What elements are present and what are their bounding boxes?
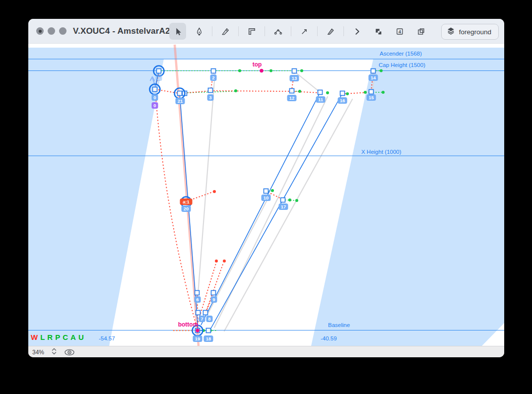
tool-curve-button[interactable] [269, 23, 286, 40]
toolbar-divider [238, 26, 239, 36]
point-marker[interactable] [290, 89, 294, 93]
svg-text:a:1: a:1 [183, 199, 190, 204]
toolbar-divider [317, 26, 318, 36]
point-index-badge[interactable]: 10 [262, 195, 271, 201]
point-index-badge[interactable]: 7 [199, 316, 205, 322]
point-marker[interactable] [340, 91, 345, 96]
tool-shapes-button[interactable] [370, 23, 387, 40]
layer-selector-button[interactable]: foreground [441, 24, 499, 40]
status-bar: 34% [28, 346, 504, 357]
tool-more-button[interactable] [348, 23, 365, 40]
pen-nib-icon [195, 27, 203, 36]
point-marker[interactable] [196, 311, 200, 315]
point-marker[interactable] [157, 69, 161, 73]
tool-knife-button[interactable] [217, 23, 234, 40]
offcurve-point-green[interactable] [269, 69, 272, 72]
svg-text:13: 13 [292, 75, 297, 81]
svg-text:7: 7 [200, 316, 203, 322]
toolbar-divider [212, 26, 212, 36]
svg-text:18: 18 [206, 336, 211, 341]
point-index-badge[interactable]: 18 [204, 335, 213, 342]
offcurve-point-green[interactable] [295, 199, 298, 202]
tool-pen-button[interactable] [191, 23, 207, 40]
visibility-toggle[interactable] [64, 349, 75, 356]
offcurve-point-green[interactable] [326, 91, 329, 94]
svg-text:16: 16 [340, 98, 345, 103]
point-index-badge[interactable]: 20 [182, 205, 191, 212]
anchor-point-bottom[interactable] [196, 328, 199, 332]
layers-icon [447, 27, 455, 37]
point-index-badge[interactable]: 14 [369, 74, 378, 81]
svg-text:6: 6 [196, 297, 199, 302]
zoom-button[interactable] [59, 27, 66, 35]
tool-measure-button[interactable] [243, 23, 260, 40]
offcurve-point-green[interactable] [298, 90, 301, 93]
point-marker[interactable] [203, 311, 208, 315]
point-index-badge[interactable]: 0 [152, 102, 158, 109]
point-marker[interactable] [195, 291, 200, 295]
point-index-badge[interactable]: 13 [290, 75, 299, 81]
offcurve-point-green[interactable] [238, 69, 241, 72]
close-button[interactable] [36, 27, 44, 35]
point-marker[interactable] [264, 189, 268, 194]
tool-union-button[interactable] [412, 23, 429, 40]
point-index-badge[interactable]: a:1 [180, 198, 193, 205]
offcurve-point-red[interactable] [215, 260, 218, 263]
minimize-button[interactable] [48, 27, 55, 35]
point-marker[interactable] [211, 291, 216, 295]
point-marker[interactable] [281, 198, 285, 202]
point-marker[interactable] [208, 88, 213, 93]
offcurve-point-green[interactable] [382, 91, 385, 94]
point-marker[interactable] [211, 69, 216, 73]
offcurve-point-red[interactable] [223, 260, 226, 263]
point-index-badge[interactable]: 2 [210, 74, 217, 81]
eye-icon [64, 349, 75, 356]
point-marker[interactable] [153, 87, 157, 92]
point-index-badge[interactable]: 9 [211, 296, 217, 303]
point-index-badge[interactable]: 3 [207, 94, 214, 101]
point-index-badge[interactable]: 11 [316, 96, 326, 103]
point-index-badge[interactable]: 1 [156, 74, 162, 81]
square-4-icon: 4 [396, 27, 404, 36]
point-index-badge[interactable]: 16 [338, 97, 347, 104]
point-marker[interactable] [318, 90, 323, 95]
metric-label-baseline: Baseline [328, 322, 350, 328]
point-index-badge[interactable]: 19 [193, 335, 202, 342]
title-bar: V.XOUC4 - AmstelvarA2… 4 foreground [28, 19, 504, 44]
offcurve-point-red[interactable] [213, 190, 216, 193]
tool-corner-button[interactable] [296, 23, 313, 40]
point-marker[interactable] [178, 91, 182, 96]
tool-pointer-button[interactable] [169, 23, 186, 40]
point-index-badge[interactable]: 8 [206, 316, 213, 322]
glyph-editor-canvas[interactable]: Ascender (1568)Cap Height (1500)X Height… [28, 44, 504, 346]
svg-text:12: 12 [289, 95, 295, 101]
offcurve-point-green[interactable] [364, 91, 367, 94]
offcurve-point-green[interactable] [346, 92, 349, 95]
svg-text:15: 15 [369, 95, 374, 100]
zoom-level[interactable]: 34% [32, 349, 44, 356]
layer-selector-label: foreground [459, 28, 491, 36]
point-marker[interactable] [371, 69, 376, 73]
zoom-stepper[interactable] [52, 348, 57, 356]
offcurve-point-green[interactable] [300, 69, 303, 72]
ruler-icon [248, 27, 256, 36]
point-index-badge[interactable]: 17 [279, 203, 288, 210]
point-marker[interactable] [206, 328, 211, 333]
point-index-badge[interactable]: 21 [176, 98, 185, 104]
point-index-badge[interactable]: 6 [195, 296, 201, 303]
point-index-badge[interactable]: 0 [152, 94, 158, 101]
traffic-lights [36, 27, 66, 35]
offcurve-point-green[interactable] [380, 69, 383, 72]
anchor-point-top[interactable] [260, 69, 263, 72]
chevron-right-icon [353, 27, 361, 36]
point-marker[interactable] [369, 90, 374, 94]
point-index-badge[interactable]: 15 [367, 94, 376, 101]
toolbar-divider [343, 26, 344, 36]
point-marker[interactable] [292, 69, 297, 73]
offcurve-point-green[interactable] [271, 189, 274, 192]
point-index-badge[interactable]: 12 [287, 95, 297, 101]
offcurve-point-green[interactable] [234, 89, 237, 92]
offcurve-point-green[interactable] [288, 198, 291, 201]
tool-frame-button[interactable]: 4 [391, 23, 408, 40]
tool-hatch-button[interactable] [322, 23, 339, 40]
